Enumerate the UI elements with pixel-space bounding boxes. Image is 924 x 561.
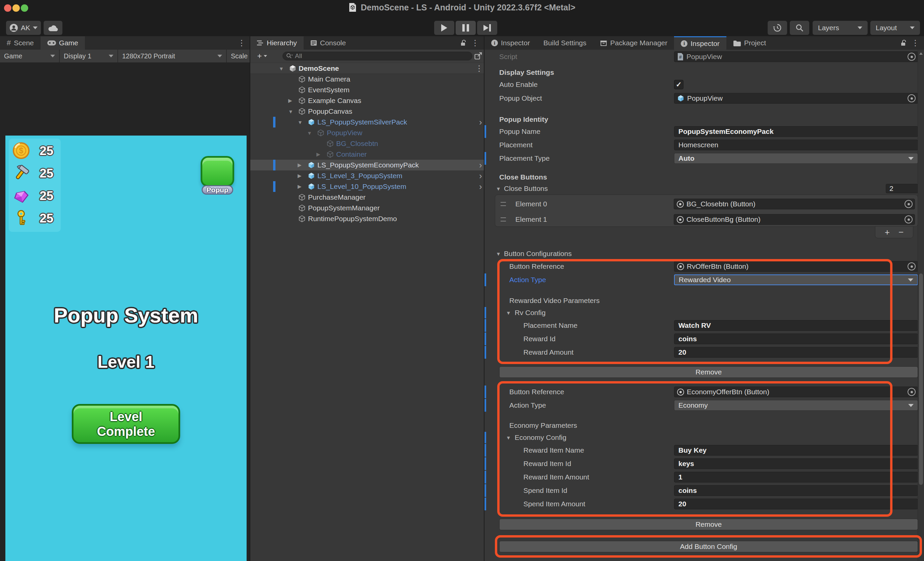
display-dropdown[interactable]: Display 1 — [60, 50, 118, 62]
hierarchy-item-popupcanvas[interactable]: ▼PopupCanvas — [250, 106, 484, 117]
button-reference-object-field[interactable]: RvOfferBtn (Button) — [674, 261, 918, 272]
add-button-config-button[interactable]: Add Button Config — [499, 541, 918, 552]
foldout-label[interactable]: Economy Config — [514, 434, 566, 441]
placement-type-dropdown[interactable]: Auto — [674, 153, 918, 164]
scale-slider-label[interactable]: Scale — [227, 50, 250, 62]
hierarchy-item-demoscene[interactable]: ▼DemoScene⋮ — [250, 63, 484, 74]
level-complete-button[interactable]: Level Complete — [72, 404, 180, 444]
game-view-mode-dropdown[interactable]: Game — [0, 50, 60, 62]
foldout-open-icon[interactable]: ▼ — [496, 251, 501, 256]
foldout-closed-icon[interactable]: ▶ — [288, 98, 292, 104]
tab-hierarchy[interactable]: Hierarchy — [250, 36, 304, 50]
array-size-field[interactable]: 2 — [886, 184, 918, 193]
inspector-scrollbar[interactable] — [918, 50, 924, 561]
tab-console[interactable]: Console — [304, 36, 352, 50]
remove-button[interactable]: Remove — [499, 366, 918, 378]
picker-window-icon[interactable] — [474, 52, 483, 60]
account-button[interactable]: AK — [6, 21, 41, 35]
hierarchy-item-eventsystem[interactable]: EventSystem — [250, 84, 484, 95]
hierarchy-item-ls-popupsystemsilverpack[interactable]: ▼LS_PopupSystemSilverPack› — [250, 117, 484, 128]
hierarchy-item-container[interactable]: ▶Container — [250, 149, 484, 160]
reward-item-name-field[interactable]: Buy Key — [674, 445, 918, 456]
prefab-open-arrow-icon[interactable]: › — [479, 160, 482, 171]
foldout-open-icon[interactable]: ▼ — [506, 310, 511, 316]
object-picker-icon[interactable] — [904, 215, 913, 224]
play-button[interactable] — [434, 21, 454, 35]
create-object-button[interactable]: + — [253, 51, 271, 61]
tab-inspector[interactable]: iInspector — [674, 36, 726, 50]
tab-game[interactable]: Game — [40, 36, 85, 50]
action-type-dropdown[interactable]: Rewarded Video — [674, 274, 918, 285]
step-button[interactable] — [477, 21, 497, 35]
placement-field[interactable]: Homescreen — [674, 140, 918, 150]
remove-button[interactable]: Remove — [499, 519, 918, 530]
prefab-open-arrow-icon[interactable]: › — [479, 171, 482, 181]
foldout-open-icon[interactable]: ▼ — [279, 65, 284, 71]
scroll-up-icon[interactable] — [919, 52, 922, 55]
hierarchy-item-ls-popupsystemeconomypack[interactable]: ▶LS_PopupSystemEconomyPack› — [250, 160, 484, 171]
script-object-field[interactable]: #PopupView — [674, 51, 918, 62]
foldout-label[interactable]: Close Buttons — [504, 184, 548, 193]
hierarchy-item-popupview[interactable]: ▼PopupView — [250, 128, 484, 138]
spend-item-amount-field[interactable]: 20 — [674, 499, 918, 509]
object-picker-icon[interactable] — [904, 200, 913, 208]
tab-project[interactable]: Project — [726, 36, 772, 50]
hierarchy-item-example-canvas[interactable]: ▶Example Canvas — [250, 95, 484, 106]
object-picker-icon[interactable] — [908, 262, 916, 270]
element-1-object-field[interactable]: CloseButtonBg (Button) — [674, 214, 915, 225]
foldout-open-icon[interactable]: ▼ — [506, 435, 511, 441]
action-type-dropdown[interactable]: Economy — [674, 400, 918, 411]
hierarchy-item-runtimepopupsystemdemo[interactable]: RuntimePopupSystemDemo — [250, 213, 484, 224]
popup-name-field[interactable]: PopupSystemEconomyPack — [674, 126, 918, 137]
reward-id-field[interactable]: coins — [674, 333, 918, 344]
tab-package-manager[interactable]: Package Manager — [593, 36, 674, 50]
remove-element-button[interactable]: − — [898, 227, 903, 237]
layout-dropdown[interactable]: Layout — [870, 21, 920, 35]
hierarchy-item-ls-level-3-popupsystem[interactable]: ▶LS_Level_3_PopupSystem› — [250, 171, 484, 181]
undo-history-button[interactable] — [768, 21, 787, 35]
foldout-open-icon[interactable]: ▼ — [496, 186, 501, 192]
pause-button[interactable] — [456, 21, 476, 35]
hierarchy-item-main-camera[interactable]: Main Camera — [250, 74, 484, 84]
popup-object-object-field[interactable]: PopupView — [674, 93, 918, 104]
tab-build-settings[interactable]: Build Settings — [537, 36, 593, 50]
foldout-closed-icon[interactable]: ▶ — [298, 173, 302, 179]
prefab-open-arrow-icon[interactable]: › — [479, 117, 482, 128]
drag-handle-icon[interactable] — [501, 202, 506, 206]
prefab-open-arrow-icon[interactable]: › — [479, 182, 482, 192]
foldout-open-icon[interactable]: ▼ — [288, 109, 293, 114]
foldout-open-icon[interactable]: ▼ — [307, 130, 312, 136]
tab-scene[interactable]: # Scene — [0, 36, 40, 50]
popup-button[interactable] — [201, 156, 234, 187]
drag-handle-icon[interactable] — [501, 218, 506, 222]
reward-amount-field[interactable]: 20 — [674, 347, 918, 358]
add-element-button[interactable]: + — [885, 227, 890, 237]
button-reference-object-field[interactable]: EconomyOfferBtn (Button) — [674, 387, 918, 397]
foldout-label[interactable]: Button Configurations — [504, 250, 572, 258]
spend-item-id-field[interactable]: coins — [674, 485, 918, 496]
list-item-element-1[interactable]: Element 1 CloseButtonBg (Button) — [495, 212, 918, 226]
cloud-button[interactable] — [44, 21, 62, 35]
foldout-closed-icon[interactable]: ▶ — [298, 183, 302, 190]
reward-item-id-field[interactable]: keys — [674, 458, 918, 469]
placement-name-field[interactable]: Watch RV — [674, 320, 918, 331]
kebab-menu-icon[interactable]: ⋮ — [475, 64, 483, 72]
unlock-icon[interactable] — [900, 39, 906, 46]
hierarchy-item-ls-level-10-popupsystem[interactable]: ▶LS_Level_10_PopupSystem› — [250, 181, 484, 192]
scrollbar-thumb[interactable] — [919, 273, 923, 485]
foldout-label[interactable]: Rv Config — [514, 309, 546, 317]
resolution-dropdown[interactable]: 1280x720 Portrait — [118, 50, 227, 62]
object-picker-icon[interactable] — [908, 52, 916, 61]
foldout-closed-icon[interactable]: ▶ — [298, 162, 302, 168]
search-button[interactable] — [790, 21, 809, 35]
auto-enable-checkbox[interactable]: ✓ — [674, 80, 684, 89]
hierarchy-item-popupsystemmanager[interactable]: PopupSystemManager — [250, 202, 484, 213]
hierarchy-search-input[interactable]: All — [282, 52, 472, 60]
list-item-element-0[interactable]: Element 0 BG_Closebtn (Button) — [495, 197, 918, 211]
reward-item-amount-field[interactable]: 1 — [674, 472, 918, 483]
kebab-menu-icon[interactable]: ⋮ — [471, 39, 479, 47]
foldout-open-icon[interactable]: ▼ — [298, 120, 303, 125]
object-picker-icon[interactable] — [908, 388, 916, 396]
element-0-object-field[interactable]: BG_Closebtn (Button) — [674, 199, 915, 209]
layers-dropdown[interactable]: Layers — [813, 21, 868, 35]
